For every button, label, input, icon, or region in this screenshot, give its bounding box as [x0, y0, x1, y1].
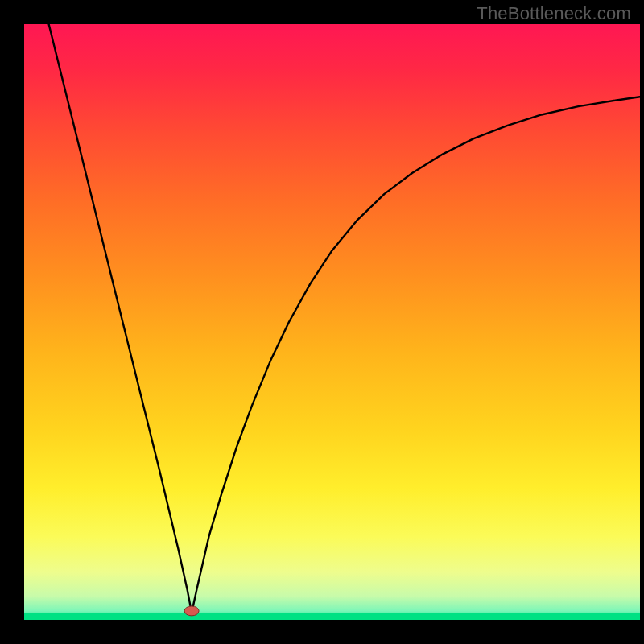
bottom-green-band: [24, 613, 640, 620]
chart-frame: TheBottleneck.com: [0, 0, 644, 644]
chart-svg: [24, 24, 640, 620]
optimum-marker: [184, 606, 199, 616]
watermark-text: TheBottleneck.com: [477, 3, 631, 24]
plot-area: [24, 24, 640, 620]
